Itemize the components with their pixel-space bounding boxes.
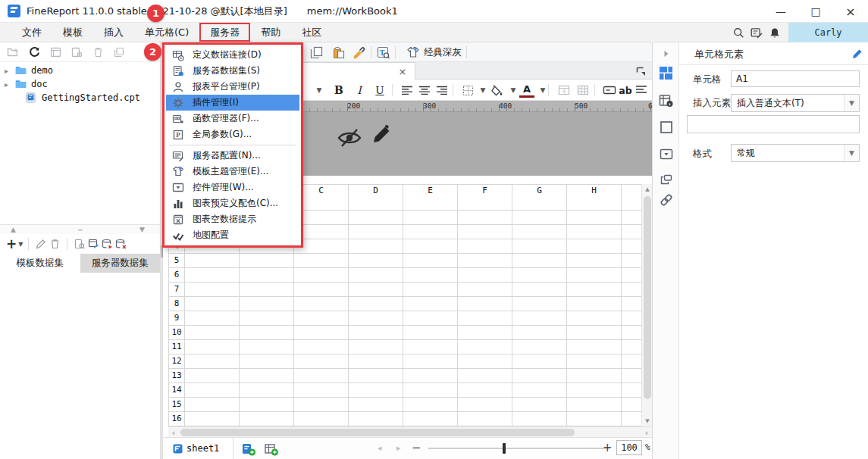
- fill-color-dropdown-icon[interactable]: ▼: [506, 83, 521, 98]
- server-menu-item[interactable]: 定义数据连接(D): [166, 47, 299, 63]
- row-header[interactable]: 11: [169, 340, 185, 354]
- sheet-cell[interactable]: [185, 326, 240, 340]
- hyperlink-tab-icon[interactable]: [658, 192, 674, 208]
- sheet-cell[interactable]: [567, 354, 622, 369]
- align-right-icon[interactable]: [434, 83, 450, 98]
- insert-element-select[interactable]: 插入普通文本(T) ▼: [731, 94, 860, 112]
- sheet-cell[interactable]: [403, 254, 458, 268]
- sheet-tab[interactable]: sheet1: [168, 438, 233, 459]
- horizontal-scrollbar[interactable]: ‹ ›: [168, 426, 652, 437]
- sheet-cell[interactable]: [458, 225, 512, 239]
- sheet-cell[interactable]: [458, 326, 512, 340]
- add-worksheet-icon[interactable]: [241, 442, 256, 456]
- dataset-tab[interactable]: 服务器数据集: [80, 254, 161, 273]
- prev-sheet-icon[interactable]: ◂: [378, 443, 382, 453]
- sheet-cell[interactable]: [567, 297, 622, 311]
- vertical-scrollbar[interactable]: ▲ ▼: [641, 184, 652, 426]
- add-dataset-button[interactable]: +: [6, 236, 17, 251]
- sheet-cell[interactable]: [294, 283, 349, 297]
- dataset-disconnect-icon[interactable]: [114, 237, 127, 251]
- row-header[interactable]: 16: [169, 412, 185, 426]
- zoom-slider-thumb[interactable]: [503, 443, 506, 454]
- sheet-cell[interactable]: [349, 354, 403, 369]
- sheet-cell[interactable]: [349, 254, 403, 268]
- maximize-button[interactable]: □: [798, 0, 833, 23]
- sheet-cell[interactable]: [458, 196, 512, 211]
- sheet-cell[interactable]: [294, 268, 349, 283]
- sheet-cell[interactable]: [567, 268, 622, 283]
- preview-dataset-icon[interactable]: [73, 237, 86, 251]
- sheet-cell[interactable]: [240, 398, 294, 412]
- chevron-down-icon[interactable]: ▼: [844, 95, 859, 111]
- sheet-cell[interactable]: [349, 297, 403, 311]
- sheet-cell[interactable]: [349, 412, 403, 426]
- format-painter-icon[interactable]: [352, 45, 367, 60]
- sheet-cell[interactable]: [512, 283, 567, 297]
- column-header[interactable]: G: [512, 185, 567, 197]
- sheet-cell[interactable]: [512, 225, 567, 239]
- sheet-cell[interactable]: [567, 326, 622, 340]
- underline-button[interactable]: U: [372, 83, 387, 98]
- font-size-dropdown-chevron-icon[interactable]: ▼: [312, 83, 327, 98]
- collapse-toolbar-icon[interactable]: [634, 64, 647, 78]
- sheet-cell[interactable]: [185, 254, 240, 268]
- column-header[interactable]: F: [458, 185, 512, 197]
- sheet-cell[interactable]: [294, 326, 349, 340]
- tree-item[interactable]: GettingStarted.cpt: [0, 91, 160, 105]
- vertical-scroll-thumb[interactable]: [644, 196, 651, 399]
- sheet-cell[interactable]: [458, 412, 512, 426]
- server-menu-item[interactable]: 图表空数据提示: [166, 211, 299, 227]
- edit-cell-element-icon[interactable]: [851, 48, 863, 60]
- sheet-cell[interactable]: [512, 239, 567, 254]
- zoom-value-field[interactable]: 100: [616, 440, 642, 455]
- sheet-cell[interactable]: [512, 254, 567, 268]
- sheet-cell[interactable]: [512, 297, 567, 311]
- sheet-cell[interactable]: [349, 196, 403, 211]
- row-header[interactable]: 14: [169, 383, 185, 398]
- sheet-cell[interactable]: [185, 268, 240, 283]
- borders-dropdown-icon[interactable]: ▼: [475, 83, 490, 98]
- sheet-cell[interactable]: [458, 211, 512, 225]
- sheet-cell[interactable]: [512, 412, 567, 426]
- tree-item[interactable]: ▸demo: [0, 64, 160, 77]
- sheet-cell[interactable]: [458, 383, 512, 398]
- add-dataset-chevron-icon[interactable]: ▼: [18, 241, 23, 248]
- format-select[interactable]: 常规 ▼: [731, 144, 860, 162]
- sheet-cell[interactable]: [567, 225, 622, 239]
- row-header[interactable]: 6: [169, 268, 185, 283]
- sheet-cell[interactable]: [403, 369, 458, 383]
- sheet-cell[interactable]: [294, 369, 349, 383]
- sheet-cell[interactable]: [512, 340, 567, 354]
- server-menu-item[interactable]: 模板主题管理(E)...: [166, 164, 299, 180]
- menubar-item[interactable]: 文件: [11, 23, 52, 42]
- server-menu-item[interactable]: 插件管理(I): [166, 95, 299, 111]
- sheet-cell[interactable]: [349, 326, 403, 340]
- row-header[interactable]: 12: [169, 354, 185, 369]
- sheet-cell[interactable]: [240, 311, 294, 326]
- sheet-cell[interactable]: [458, 254, 512, 268]
- sheet-cell[interactable]: [185, 383, 240, 398]
- sheet-cell[interactable]: [349, 340, 403, 354]
- sheet-cell[interactable]: [403, 225, 458, 239]
- server-menu-item[interactable]: 控件管理(W)...: [166, 180, 299, 195]
- sheet-cell[interactable]: [240, 383, 294, 398]
- sheet-cell[interactable]: [240, 283, 294, 297]
- sheet-cell[interactable]: [294, 354, 349, 369]
- row-header[interactable]: 15: [169, 398, 185, 412]
- sheet-cell[interactable]: [567, 254, 622, 268]
- menubar-item[interactable]: 服务器: [199, 23, 250, 42]
- column-header[interactable]: H: [567, 185, 622, 197]
- search-icon[interactable]: [729, 23, 747, 42]
- widget-settings-tab-icon[interactable]: [658, 146, 674, 162]
- condition-attribute-tab-icon[interactable]: [658, 171, 674, 187]
- sheet-cell[interactable]: [512, 196, 567, 211]
- cell-text-input[interactable]: [687, 115, 860, 133]
- sheet-cell[interactable]: [185, 311, 240, 326]
- sheet-cell[interactable]: [458, 283, 512, 297]
- sheet-cell[interactable]: [294, 254, 349, 268]
- template-version-icon[interactable]: [49, 45, 62, 59]
- sheet-cell[interactable]: [349, 211, 403, 225]
- dataset-config-icon[interactable]: [86, 237, 100, 251]
- sheet-cell[interactable]: [567, 412, 622, 426]
- sheet-cell[interactable]: [403, 311, 458, 326]
